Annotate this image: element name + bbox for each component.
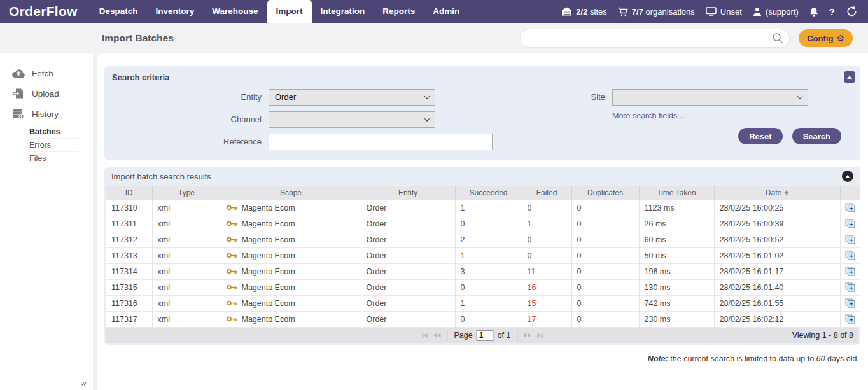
table-row[interactable]: 117317 xml Magento Ecom Order 0 17 0 230… xyxy=(106,311,860,327)
orderflow-logo-text: OrderFlow xyxy=(9,4,78,19)
sidebar-item-errors[interactable]: Errors xyxy=(29,139,79,152)
cell-type: xml xyxy=(152,216,221,232)
channel-select[interactable] xyxy=(269,111,435,128)
col-entity[interactable]: Entity xyxy=(361,186,455,200)
sidebar-item-label: Upload xyxy=(32,89,59,99)
search-panel-collapse-button[interactable] xyxy=(844,71,855,83)
cell-scope: Magento Ecom xyxy=(221,232,361,247)
nav-reports[interactable]: Reports xyxy=(374,0,424,23)
entity-select-value: Order xyxy=(275,92,296,102)
reference-input[interactable] xyxy=(269,134,493,150)
table-row[interactable]: 117316 xml Magento Ecom Order 1 15 0 742… xyxy=(106,295,860,311)
sidebar-item-batches[interactable]: Batches xyxy=(29,125,79,139)
help-icon: ? xyxy=(829,6,835,17)
cell-entity: Order xyxy=(361,232,455,247)
view-details-icon[interactable] xyxy=(845,251,855,260)
cell-succeeded: 2 xyxy=(455,232,522,247)
table-row[interactable]: 117314 xml Magento Ecom Order 3 11 0 196… xyxy=(106,263,860,279)
next-page-button[interactable] xyxy=(524,333,531,338)
last-page-button[interactable] xyxy=(538,333,543,338)
view-details-icon[interactable] xyxy=(845,267,855,276)
restore-icon xyxy=(846,6,858,17)
view-details-icon[interactable] xyxy=(845,235,855,244)
orderflow-logo[interactable]: OrderFlow xyxy=(0,0,90,23)
viewing-range-label: Viewing 1 - 8 of 8 xyxy=(792,331,858,340)
results-panel-collapse-button[interactable] xyxy=(842,171,853,182)
cell-scope: Magento Ecom xyxy=(221,279,361,295)
cell-time-taken: 60 ms xyxy=(639,232,714,247)
cell-date: 28/02/25 16:00:39 xyxy=(714,216,840,232)
cell-failed: 15 xyxy=(522,295,571,311)
session-restore-button[interactable] xyxy=(846,6,858,17)
user-menu[interactable]: (support) xyxy=(753,7,799,17)
more-search-fields-link[interactable]: More search fields ... xyxy=(612,111,686,120)
nav-despatch[interactable]: Despatch xyxy=(90,0,147,23)
sites-selector[interactable]: 2/2 sites xyxy=(561,7,606,17)
col-id[interactable]: ID xyxy=(106,186,152,200)
col-duplicates[interactable]: Duplicates xyxy=(571,186,639,200)
entity-select[interactable]: Order xyxy=(269,89,435,106)
cell-succeeded: 0 xyxy=(455,311,522,327)
view-details-icon[interactable] xyxy=(845,282,855,292)
sidebar-item-upload[interactable]: Upload xyxy=(0,83,93,104)
site-select[interactable] xyxy=(612,89,808,106)
sidebar-item-fetch[interactable]: Fetch xyxy=(0,64,93,83)
page-number-input[interactable] xyxy=(477,330,494,341)
nav-warehouse[interactable]: Warehouse xyxy=(203,0,267,23)
table-header-row: ID Type Scope Entity Succeeded Failed Du… xyxy=(106,186,860,200)
cell-duplicates: 0 xyxy=(571,216,639,232)
sidebar-collapse-button[interactable]: « xyxy=(81,378,87,389)
table-row[interactable]: 117311 xml Magento Ecom Order 0 1 0 26 m… xyxy=(106,216,860,232)
view-details-icon[interactable] xyxy=(845,203,855,212)
results-panel-title: Import batch search results xyxy=(111,172,211,181)
cell-date: 28/02/25 16:00:52 xyxy=(714,232,840,247)
view-details-icon[interactable] xyxy=(845,314,855,324)
cell-duplicates: 0 xyxy=(571,295,639,311)
table-row[interactable]: 117313 xml Magento Ecom Order 1 0 0 50 m… xyxy=(106,247,860,263)
help-button[interactable]: ? xyxy=(829,6,835,17)
nav-integration[interactable]: Integration xyxy=(312,0,374,23)
key-icon xyxy=(227,284,237,291)
sidebar-item-history[interactable]: History xyxy=(0,104,93,124)
organisations-selector[interactable]: 7/7 organisations xyxy=(618,7,695,17)
cell-type: xml xyxy=(152,247,221,263)
workstation-selector[interactable]: Unset xyxy=(706,7,742,17)
organisations-count: 7/7 xyxy=(632,7,643,17)
col-time-taken[interactable]: Time Taken xyxy=(639,186,714,200)
cell-type: xml xyxy=(152,232,221,247)
col-succeeded[interactable]: Succeeded xyxy=(455,186,522,200)
cell-entity: Order xyxy=(361,247,455,263)
view-details-icon[interactable] xyxy=(845,298,855,308)
cell-date: 28/02/25 16:00:25 xyxy=(714,200,840,216)
history-archive-icon xyxy=(11,109,25,119)
search-icon[interactable] xyxy=(772,32,783,44)
history-submenu: Batches Errors Files xyxy=(29,125,79,165)
sidebar-item-files[interactable]: Files xyxy=(29,152,79,165)
first-page-button[interactable] xyxy=(422,333,427,338)
search-button[interactable]: Search xyxy=(792,128,841,144)
global-search-input[interactable] xyxy=(529,34,772,43)
gear-icon: ⚙ xyxy=(836,34,844,43)
cell-time-taken: 230 ms xyxy=(639,311,714,327)
cell-id: 117316 xyxy=(106,295,152,311)
previous-page-button[interactable] xyxy=(433,333,440,338)
page-title: Import Batches xyxy=(102,32,174,44)
col-scope[interactable]: Scope xyxy=(221,186,361,200)
cell-id: 117313 xyxy=(106,247,152,263)
nav-inventory[interactable]: Inventory xyxy=(147,0,204,23)
view-details-icon[interactable] xyxy=(845,219,855,228)
nav-admin[interactable]: Admin xyxy=(424,0,468,23)
cell-actions xyxy=(840,295,860,311)
table-row[interactable]: 117310 xml Magento Ecom Order 1 0 0 1123… xyxy=(106,200,860,216)
table-row[interactable]: 117312 xml Magento Ecom Order 2 0 0 60 m… xyxy=(106,232,860,247)
notifications-button[interactable] xyxy=(809,7,818,17)
sidebar-item-label: History xyxy=(32,109,59,119)
table-row[interactable]: 117315 xml Magento Ecom Order 0 16 0 130… xyxy=(106,279,860,295)
col-failed[interactable]: Failed xyxy=(522,186,571,200)
col-type[interactable]: Type xyxy=(152,186,221,200)
col-date[interactable]: Date xyxy=(714,186,840,200)
config-button[interactable]: Config ⚙ xyxy=(799,29,853,47)
nav-import[interactable]: Import xyxy=(267,0,312,23)
reset-button[interactable]: Reset xyxy=(738,128,782,144)
cell-succeeded: 1 xyxy=(455,200,522,216)
